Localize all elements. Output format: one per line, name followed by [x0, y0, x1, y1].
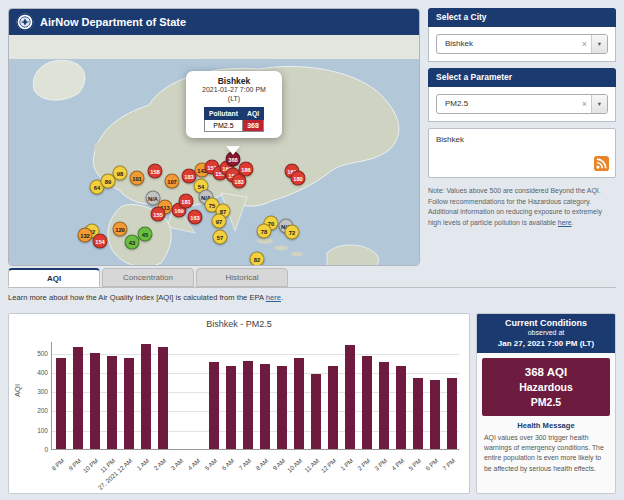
aqi-parameter: PM2.5 — [484, 395, 608, 410]
tab-concentration[interactable]: Concentration — [102, 268, 194, 287]
chart-bar[interactable] — [447, 378, 457, 449]
chart-gridline — [52, 354, 459, 355]
chart-bar[interactable] — [328, 366, 338, 449]
rss-icon[interactable] — [594, 156, 609, 171]
chart-bar[interactable] — [141, 344, 151, 449]
chart-bar[interactable] — [430, 380, 440, 449]
chart-bar[interactable] — [345, 345, 355, 449]
current-conditions-card: Current Conditions observed at Jan 27, 2… — [476, 313, 616, 494]
popup-col-pollutant: Pollutant — [204, 107, 242, 119]
aqi-marker[interactable]: 163 — [188, 210, 203, 225]
city-select-block: Select a City Bishkek × ▾ — [428, 8, 616, 62]
aqi-marker[interactable]: 78 — [257, 224, 272, 239]
chart-bar[interactable] — [396, 366, 406, 449]
note-prefix: Note: Values above 500 are considered Be… — [428, 187, 602, 226]
chart-bar[interactable] — [90, 353, 100, 449]
tabs: AQIConcentrationHistorical — [8, 268, 290, 288]
learn-more-text: Learn more about how the Air Quality Ind… — [8, 293, 283, 302]
popup-col-aqi: AQI — [242, 107, 263, 119]
chart-ytick-label: 0 — [20, 446, 48, 453]
chevron-down-icon[interactable]: ▾ — [591, 35, 607, 53]
aqi-marker[interactable]: 181 — [179, 194, 194, 209]
chart-bar[interactable] — [379, 362, 389, 449]
chart-ytick-label: 300 — [20, 388, 48, 395]
chart-bar[interactable] — [260, 364, 270, 449]
chart-bar[interactable] — [243, 361, 253, 449]
chart-bar[interactable] — [73, 347, 83, 449]
aqi-marker[interactable]: 154 — [93, 234, 108, 249]
aqi-marker[interactable]: 158 — [148, 164, 163, 179]
chart-bar[interactable] — [158, 347, 168, 449]
popup-datetime: 2021-01-27 7:00 PM — [191, 86, 277, 95]
chart-plot: 01002003004005008 PM9 PM10 PM11 PM27, 20… — [51, 342, 459, 450]
parameter-select[interactable]: PM2.5 × ▾ — [436, 94, 608, 114]
tab-aqi[interactable]: AQI — [8, 268, 100, 287]
chart-bar[interactable] — [124, 358, 134, 449]
aqi-category: Hazardous — [484, 380, 608, 395]
chart-bar[interactable] — [209, 362, 219, 449]
aqi-marker[interactable]: 120 — [113, 222, 128, 237]
feed-city-label: Bishkek — [429, 129, 615, 144]
chart-card: Bishkek - PM2.5 AQI 01002003004005008 PM… — [8, 313, 470, 494]
health-message-text: AQI values over 300 trigger health warni… — [477, 430, 615, 477]
tab-historical[interactable]: Historical — [196, 268, 288, 287]
aqi-marker[interactable]: 186 — [239, 162, 254, 177]
popup-aqi-cell: 368 — [242, 119, 263, 131]
current-conditions-title: Current Conditions — [479, 318, 613, 328]
popup-table: Pollutant AQI PM2.5 368 — [204, 107, 264, 132]
popup-timezone: (LT) — [191, 95, 277, 104]
current-conditions-subtitle: observed at — [479, 328, 613, 339]
map-card: AirNow Department of State 6498891011581… — [8, 8, 420, 266]
learn-more-prefix: Learn more about how the Air Quality Ind… — [8, 293, 266, 302]
clear-icon[interactable]: × — [582, 95, 587, 114]
learn-more-suffix: . — [281, 293, 283, 302]
marker-layer: 64988910115810718354N/A11315516918116392… — [9, 35, 419, 265]
popup-pollutant-cell: PM2.5 — [204, 119, 242, 131]
chart-bar[interactable] — [294, 358, 304, 449]
aqi-value: 368 AQI — [484, 364, 608, 381]
aqi-marker[interactable]: 45 — [138, 227, 153, 242]
current-conditions-datetime: Jan 27, 2021 7:00 PM (LT) — [479, 339, 613, 348]
map-viewport[interactable]: 64988910115810718354N/A11315516918116392… — [9, 35, 419, 265]
aqi-marker[interactable]: 101 — [130, 171, 145, 186]
note-suffix: . — [572, 219, 574, 226]
aqi-marker[interactable]: 89 — [101, 174, 116, 189]
current-conditions-header: Current Conditions observed at Jan 27, 2… — [477, 314, 615, 353]
city-select-header: Select a City — [428, 8, 616, 27]
aqi-marker[interactable]: 132 — [78, 228, 93, 243]
chart-bar[interactable] — [107, 356, 117, 449]
aqi-marker[interactable]: 97 — [212, 214, 227, 229]
map-header: AirNow Department of State — [9, 9, 419, 35]
clear-icon[interactable]: × — [582, 35, 587, 54]
chart-ytick-label: 200 — [20, 407, 48, 414]
chevron-down-icon[interactable]: ▾ — [591, 95, 607, 113]
chart-title: Bishkek - PM2.5 — [9, 314, 469, 329]
chart-bar[interactable] — [362, 356, 372, 449]
chart-ytick-label: 400 — [20, 369, 48, 376]
aqi-value-box: 368 AQI Hazardous PM2.5 — [482, 358, 610, 416]
aqi-marker[interactable]: 155 — [151, 207, 166, 222]
aqi-marker[interactable]: 72 — [285, 225, 300, 240]
map-popup-tail — [226, 146, 240, 155]
parameter-select-body: PM2.5 × ▾ — [428, 87, 616, 122]
chart-bar[interactable] — [311, 374, 321, 449]
aqi-marker[interactable]: 82 — [250, 252, 265, 266]
aqi-marker[interactable]: 57 — [213, 230, 228, 245]
aqi-marker[interactable]: 180 — [291, 171, 306, 186]
chart-bar[interactable] — [56, 358, 66, 449]
city-select[interactable]: Bishkek × ▾ — [436, 34, 608, 54]
chart-bar[interactable] — [226, 366, 236, 449]
chart-ytick-label: 100 — [20, 427, 48, 434]
chart-ytick-label: 500 — [20, 350, 48, 357]
chart-bar[interactable] — [277, 366, 287, 449]
aqi-marker[interactable]: 107 — [165, 174, 180, 189]
city-select-body: Bishkek × ▾ — [428, 27, 616, 62]
department-of-state-seal-icon — [16, 13, 34, 31]
learn-more-link[interactable]: here — [266, 293, 281, 302]
tab-divider — [8, 287, 616, 288]
map-popup: Bishkek 2021-01-27 7:00 PM (LT) Pollutan… — [186, 71, 282, 138]
chart-bar[interactable] — [413, 378, 423, 449]
note-link[interactable]: here — [558, 219, 572, 226]
health-message-title: Health Message — [477, 421, 615, 430]
parameter-select-block: Select a Parameter PM2.5 × ▾ — [428, 68, 616, 122]
